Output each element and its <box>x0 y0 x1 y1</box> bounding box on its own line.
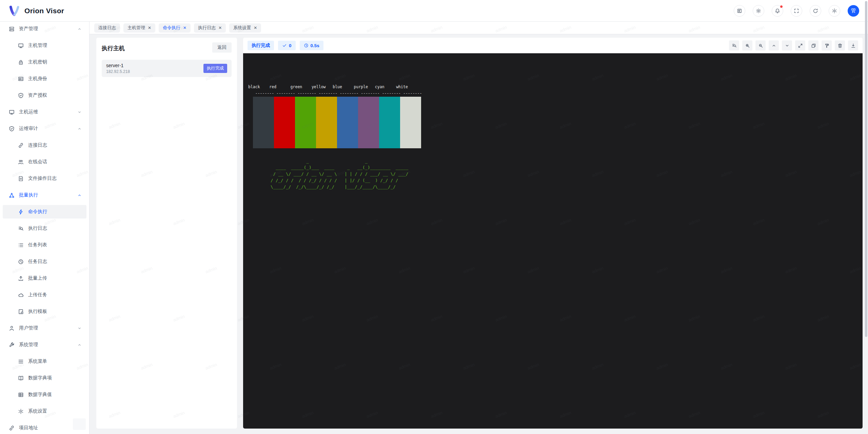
terminal-tool-clear-roller[interactable] <box>822 40 832 51</box>
sidebar-item-在线会话[interactable]: 在线会话 <box>3 155 86 169</box>
sidebar-item-执行日志[interactable]: 执行日志 <box>3 222 86 235</box>
app-header: Orion Visor 管 <box>0 0 868 22</box>
sidebar-item-主机管理[interactable]: 主机管理 <box>3 39 86 52</box>
sidebar-section-运维审计[interactable]: 运维审计 <box>3 122 86 135</box>
terminal-toolbar: 执行完成00.5s <box>243 38 863 53</box>
sidebar-item-label: 在线会话 <box>28 159 82 165</box>
sidebar-section-label: 运维审计 <box>19 126 73 132</box>
sidebar-item-资产授权[interactable]: 资产授权 <box>3 89 86 102</box>
terminal-tool-copy[interactable] <box>808 40 818 51</box>
sidebar-section-label: 系统管理 <box>19 342 73 348</box>
sidebar-section-label: 用户管理 <box>19 325 73 331</box>
tab-close-icon[interactable]: ✕ <box>254 26 257 30</box>
terminal-tool-zoom-in[interactable] <box>742 40 752 51</box>
terminal-toolbar-buttons <box>729 40 858 51</box>
header-button-code-panel[interactable] <box>734 5 745 17</box>
header-button-notification-bell[interactable] <box>772 5 783 17</box>
host-name: server-1 <box>106 63 203 68</box>
sidebar-item-label: 数据字典项 <box>28 375 82 381</box>
terminal-tool-chevron-up[interactable] <box>769 40 779 51</box>
terminal-color-dashes: -------- -------- -------- -------- ----… <box>248 90 856 97</box>
code-panel-icon <box>737 8 742 14</box>
terminal-tool-expand[interactable] <box>795 40 805 51</box>
link-icon <box>9 425 15 431</box>
sidebar-item-主机密钥[interactable]: 主机密钥 <box>3 55 86 69</box>
refresh-icon <box>813 8 818 14</box>
color-block-cyan <box>379 97 400 148</box>
sidebar-item-数据字典项[interactable]: 数据字典项 <box>3 371 86 385</box>
terminal-tool-trash[interactable] <box>835 40 845 51</box>
sidebar-collapse-button[interactable] <box>73 418 86 430</box>
sidebar-section-主机运维[interactable]: 主机运维 <box>3 105 86 119</box>
sidebar-item-label: 主机身份 <box>28 76 82 82</box>
header-button-fullscreen[interactable] <box>791 5 802 17</box>
chevron-down-icon <box>77 110 82 114</box>
color-block-yellow <box>316 97 337 148</box>
header-actions: 管 <box>734 5 859 17</box>
header-button-theme-sun[interactable] <box>753 5 764 17</box>
history-clock-icon <box>18 259 24 265</box>
terminal-tool-search-list[interactable] <box>729 40 739 51</box>
tab-系统设置[interactable]: 系统设置✕ <box>229 23 261 33</box>
sidebar-item-label: 主机管理 <box>28 42 82 49</box>
terminal-tool-download[interactable] <box>848 40 858 51</box>
sidebar-item-label: 上传任务 <box>28 292 82 298</box>
search-list-icon <box>732 43 737 48</box>
content-area: 连接日志主机管理✕命令执行✕执行日志✕系统设置✕ 执行主机 返回 server-… <box>90 22 868 434</box>
list-icon <box>18 242 24 248</box>
monitor-icon <box>9 109 15 115</box>
sidebar-item-主机身份[interactable]: 主机身份 <box>3 72 86 86</box>
sidebar-section-label: 主机运维 <box>19 109 73 115</box>
sidebar-section-资产管理[interactable]: 资产管理 <box>3 22 86 36</box>
sidebar-section-label: 资产管理 <box>19 26 73 32</box>
user-avatar[interactable]: 管 <box>848 5 859 17</box>
back-button[interactable]: 返回 <box>212 42 232 53</box>
tab-label: 系统设置 <box>233 25 251 31</box>
sidebar-item-系统菜单[interactable]: 系统菜单 <box>3 355 86 368</box>
download-icon <box>851 43 856 48</box>
sidebar-section-label: 项目地址 <box>19 425 82 431</box>
sidebar-item-文件操作日志[interactable]: 文件操作日志 <box>3 172 86 185</box>
sidebar-item-label: 资产授权 <box>28 92 82 98</box>
zoom-out-icon <box>758 43 763 48</box>
sidebar-item-执行模板[interactable]: 执行模板 <box>3 305 86 318</box>
header-button-refresh[interactable] <box>810 5 821 17</box>
sidebar-section-批量执行[interactable]: 批量执行 <box>3 188 86 202</box>
tab-执行日志[interactable]: 执行日志✕ <box>194 23 226 33</box>
cloud-icon <box>18 292 24 298</box>
sidebar-item-label: 连接日志 <box>28 142 82 148</box>
sidebar-item-label: 任务列表 <box>28 242 82 248</box>
user-icon <box>9 325 15 331</box>
terminal-status-badge: 0.5s <box>300 41 323 50</box>
sidebar-item-系统设置[interactable]: 系统设置 <box>3 404 86 418</box>
color-block-green <box>295 97 316 148</box>
sidebar-item-上传任务[interactable]: 上传任务 <box>3 288 86 302</box>
sidebar-item-数据字典值[interactable]: 数据字典值 <box>3 388 86 401</box>
terminal-status-badge: 0 <box>278 41 296 50</box>
monitor-icon <box>18 43 24 49</box>
host-list-item[interactable]: server-1 182.92.5.218 执行完成 <box>102 60 232 77</box>
tab-close-icon[interactable]: ✕ <box>183 26 186 30</box>
wrench-icon <box>9 342 15 348</box>
tab-close-icon[interactable]: ✕ <box>218 26 222 30</box>
sidebar-item-任务日志[interactable]: 任务日志 <box>3 255 86 268</box>
sidebar-item-任务列表[interactable]: 任务列表 <box>3 238 86 252</box>
page-scrollbar[interactable] <box>865 1 867 337</box>
link-icon <box>18 143 24 148</box>
sidebar-item-label: 命令执行 <box>28 209 82 215</box>
terminal-output[interactable]: black red green yellow blue purple cyan … <box>243 53 863 429</box>
header-button-settings-gear[interactable] <box>829 5 840 17</box>
tab-主机管理[interactable]: 主机管理✕ <box>123 23 155 33</box>
sidebar-section-用户管理[interactable]: 用户管理 <box>3 321 86 335</box>
terminal-tool-chevron-down[interactable] <box>782 40 792 51</box>
sidebar-section-系统管理[interactable]: 系统管理 <box>3 338 86 352</box>
sidebar-item-连接日志[interactable]: 连接日志 <box>3 138 86 152</box>
tab-close-icon[interactable]: ✕ <box>148 26 151 30</box>
terminal-status-badges: 执行完成00.5s <box>248 41 323 50</box>
sidebar-item-批量上传[interactable]: 批量上传 <box>3 271 86 285</box>
tab-命令执行[interactable]: 命令执行✕ <box>159 23 191 33</box>
tab-连接日志[interactable]: 连接日志 <box>94 23 120 33</box>
chevron-down-icon <box>77 326 82 331</box>
terminal-tool-zoom-out[interactable] <box>755 40 766 51</box>
sidebar-item-命令执行[interactable]: 命令执行 <box>3 205 86 219</box>
